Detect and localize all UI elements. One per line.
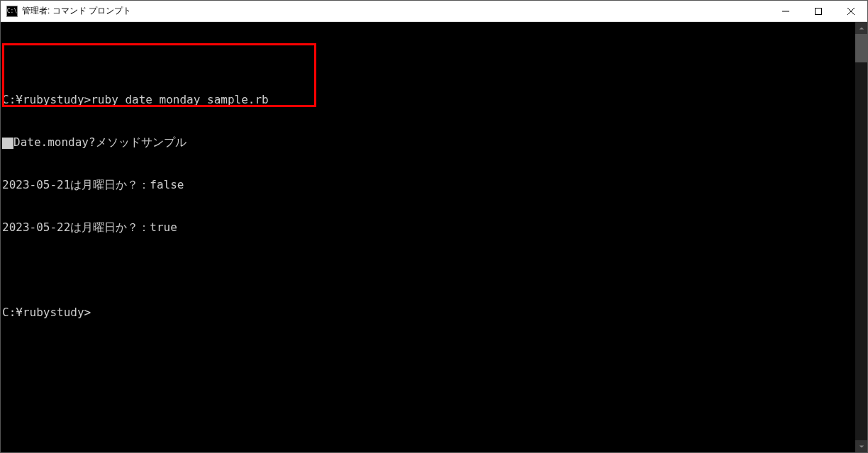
- command-prompt-window: C:\ 管理者: コマンド プロンプト: [0, 0, 868, 453]
- window-title: 管理者: コマンド プロンプト: [22, 5, 131, 17]
- scroll-up-button[interactable]: [855, 22, 867, 34]
- titlebar-left: C:\ 管理者: コマンド プロンプト: [6, 5, 131, 17]
- command-text: ruby date_monday_sample.rb: [91, 93, 268, 106]
- blank-line: [1, 263, 855, 277]
- minimize-icon: [782, 8, 789, 15]
- output-text: 2023-05-21は月曜日か？：false: [2, 178, 184, 191]
- console-content[interactable]: C:¥rubystudy>ruby date_monday_sample.rb …: [1, 22, 855, 452]
- maximize-icon: [815, 8, 822, 15]
- console-line-1: C:¥rubystudy>ruby date_monday_sample.rb: [1, 93, 855, 107]
- console-line-3: 2023-05-21は月曜日か？：false: [1, 178, 855, 192]
- output-text: 2023-05-22は月曜日か？：true: [2, 220, 177, 234]
- svg-rect-1: [816, 8, 822, 14]
- titlebar[interactable]: C:\ 管理者: コマンド プロンプト: [1, 1, 867, 22]
- close-icon: [847, 8, 855, 15]
- console-area: C:¥rubystudy>ruby date_monday_sample.rb …: [1, 22, 867, 452]
- scroll-track[interactable]: [855, 34, 867, 440]
- chevron-down-icon: [859, 444, 864, 449]
- console-line-4: 2023-05-22は月曜日か？：true: [1, 220, 855, 235]
- chevron-up-icon: [859, 26, 864, 31]
- scroll-down-button[interactable]: [855, 440, 867, 452]
- prompt-text: C:¥rubystudy>: [2, 93, 91, 106]
- window-controls: [769, 1, 867, 21]
- blank-line: [1, 50, 855, 65]
- close-button[interactable]: [835, 1, 867, 21]
- vertical-scrollbar[interactable]: [855, 22, 867, 452]
- console-line-5: C:¥rubystudy>: [1, 306, 855, 320]
- scroll-thumb[interactable]: [855, 34, 867, 62]
- maximize-button[interactable]: [802, 1, 835, 21]
- cmd-icon: C:\: [6, 6, 18, 17]
- square-marker-icon: [2, 138, 13, 149]
- prompt-text: C:¥rubystudy>: [2, 306, 91, 319]
- console-line-2: Date.monday?メソッドサンプル: [1, 135, 855, 150]
- minimize-button[interactable]: [769, 1, 802, 21]
- output-text: Date.monday?メソッドサンプル: [13, 135, 187, 149]
